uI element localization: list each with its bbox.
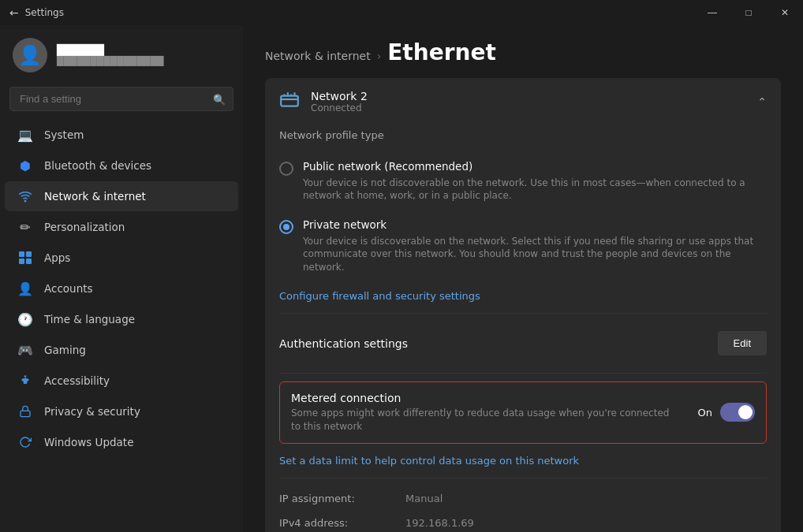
private-network-label: Private network xyxy=(303,218,767,233)
title-bar: ← Settings — □ ✕ xyxy=(0,0,803,25)
sidebar-item-gaming[interactable]: 🎮 Gaming xyxy=(5,335,238,365)
divider-3 xyxy=(279,478,767,478)
bluetooth-icon: ⬢ xyxy=(17,158,33,173)
network-status: Connected xyxy=(311,102,368,113)
avatar: 👤 xyxy=(13,38,47,73)
sidebar-item-personalization-label: Personalization xyxy=(44,221,125,233)
network-icon xyxy=(17,188,33,204)
personalization-icon: ✏️ xyxy=(17,219,33,235)
sidebar-item-system[interactable]: 💻 System xyxy=(5,120,238,150)
sidebar-item-update[interactable]: Windows Update xyxy=(5,427,238,457)
toggle-label: On xyxy=(698,407,712,419)
ipv4-value: 192.168.1.69 xyxy=(405,517,474,529)
sidebar-item-privacy[interactable]: Privacy & security xyxy=(5,396,238,426)
search-icon: 🔍 xyxy=(213,93,226,105)
ip-assignment-value: Manual xyxy=(405,493,443,504)
breadcrumb[interactable]: Network & internet xyxy=(265,50,371,62)
close-button[interactable]: ✕ xyxy=(767,0,803,25)
sidebar-item-gaming-label: Gaming xyxy=(44,344,86,356)
metered-desc: Some apps might work differently to redu… xyxy=(291,407,670,433)
sidebar-item-network-label: Network & internet xyxy=(44,190,146,203)
ip-assignment-row: IP assignment: Manual xyxy=(279,486,767,511)
user-section[interactable]: 👤 ██████ ████████████████ xyxy=(0,25,243,82)
auth-settings-row: Authentication settings Edit xyxy=(279,322,767,365)
private-network-text: Private network Your device is discovera… xyxy=(303,218,767,274)
main-content: Network & internet › Ethernet xyxy=(243,25,803,532)
sidebar-item-bluetooth[interactable]: ⬢ Bluetooth & devices xyxy=(5,151,238,180)
back-icon[interactable]: ← xyxy=(9,6,19,19)
public-network-label: Public network (Recommended) xyxy=(303,160,767,174)
apps-icon xyxy=(17,250,33,266)
network-name: Network 2 xyxy=(311,90,368,102)
gaming-icon: 🎮 xyxy=(17,342,33,358)
app-title: Settings xyxy=(25,7,64,18)
svg-point-0 xyxy=(24,200,26,202)
sidebar-item-accounts[interactable]: 👤 Accounts xyxy=(5,273,238,303)
private-radio-btn[interactable] xyxy=(279,220,293,234)
sidebar-item-system-label: System xyxy=(44,128,84,141)
nav-list: 💻 System ⬢ Bluetooth & devices Network &… xyxy=(0,119,243,458)
svg-rect-6 xyxy=(21,411,30,416)
privacy-icon xyxy=(17,404,33,419)
sidebar-item-update-label: Windows Update xyxy=(44,436,133,448)
time-icon: 🕐 xyxy=(17,311,33,327)
metered-title: Metered connection xyxy=(291,392,670,404)
sidebar-item-apps[interactable]: Apps xyxy=(5,243,238,273)
sidebar-item-personalization[interactable]: ✏️ Personalization xyxy=(5,212,238,242)
svg-rect-4 xyxy=(26,259,32,264)
ethernet-icon xyxy=(279,89,300,113)
auth-settings-label: Authentication settings xyxy=(279,337,408,350)
network-card: Network 2 Connected ⌃ Network profile ty… xyxy=(265,78,781,532)
metered-info: Metered connection Some apps might work … xyxy=(291,392,670,433)
window-controls: — □ ✕ xyxy=(694,0,803,25)
update-icon xyxy=(17,434,33,450)
sidebar-item-accessibility[interactable]: Accessibility xyxy=(5,366,238,396)
breadcrumb-separator: › xyxy=(377,50,382,62)
search-box: 🔍 xyxy=(9,87,233,111)
data-limit-link[interactable]: Set a data limit to help control data us… xyxy=(279,455,579,467)
private-network-desc: Your device is discoverable on the netwo… xyxy=(303,235,767,274)
app-container: 👤 ██████ ████████████████ 🔍 💻 System ⬢ B… xyxy=(0,25,803,532)
sidebar-item-apps-label: Apps xyxy=(44,251,70,264)
chevron-up-icon: ⌃ xyxy=(757,95,767,108)
user-info: ██████ ████████████████ xyxy=(57,44,163,66)
svg-point-5 xyxy=(24,375,27,378)
private-network-option[interactable]: Private network Your device is discovera… xyxy=(279,210,767,282)
page-title: Ethernet xyxy=(387,39,496,65)
sidebar-item-accessibility-label: Accessibility xyxy=(44,374,110,387)
metered-connection-row: Metered connection Some apps might work … xyxy=(279,381,767,444)
maximize-button[interactable]: □ xyxy=(730,0,767,25)
profile-section-title: Network profile type xyxy=(279,129,767,141)
sidebar-item-bluetooth-label: Bluetooth & devices xyxy=(44,159,151,172)
metered-right: On xyxy=(698,403,755,422)
network-card-left: Network 2 Connected xyxy=(279,89,368,113)
edit-button[interactable]: Edit xyxy=(718,331,767,355)
metered-toggle[interactable] xyxy=(720,403,755,422)
svg-rect-3 xyxy=(19,259,24,264)
ipv4-label: IPv4 address: xyxy=(279,517,405,529)
svg-rect-1 xyxy=(19,251,24,257)
firewall-link[interactable]: Configure firewall and security settings xyxy=(279,290,480,302)
public-network-text: Public network (Recommended) Your device… xyxy=(303,160,767,203)
radio-group: Public network (Recommended) Your device… xyxy=(279,152,767,282)
content-area: Network 2 Connected ⌃ Network profile ty… xyxy=(243,78,803,532)
system-icon: 💻 xyxy=(17,127,33,143)
page-header: Network & internet › Ethernet xyxy=(243,25,803,78)
sidebar-item-network[interactable]: Network & internet xyxy=(5,181,238,211)
public-network-desc: Your device is not discoverable on the n… xyxy=(303,177,767,203)
search-input[interactable] xyxy=(9,87,233,111)
public-radio-btn[interactable] xyxy=(279,162,293,176)
svg-rect-2 xyxy=(26,251,32,257)
minimize-button[interactable]: — xyxy=(694,0,730,25)
ip-assignment-label: IP assignment: xyxy=(279,493,405,504)
sidebar: 👤 ██████ ████████████████ 🔍 💻 System ⬢ B… xyxy=(0,25,243,532)
user-email: ████████████████ xyxy=(57,56,163,66)
sidebar-item-time[interactable]: 🕐 Time & language xyxy=(5,304,238,334)
accessibility-icon xyxy=(17,373,33,389)
network-card-header[interactable]: Network 2 Connected ⌃ xyxy=(265,78,781,125)
sidebar-item-accounts-label: Accounts xyxy=(44,282,93,295)
public-network-option[interactable]: Public network (Recommended) Your device… xyxy=(279,152,767,210)
divider-2 xyxy=(279,373,767,374)
accounts-icon: 👤 xyxy=(17,281,33,296)
svg-rect-7 xyxy=(281,96,298,106)
